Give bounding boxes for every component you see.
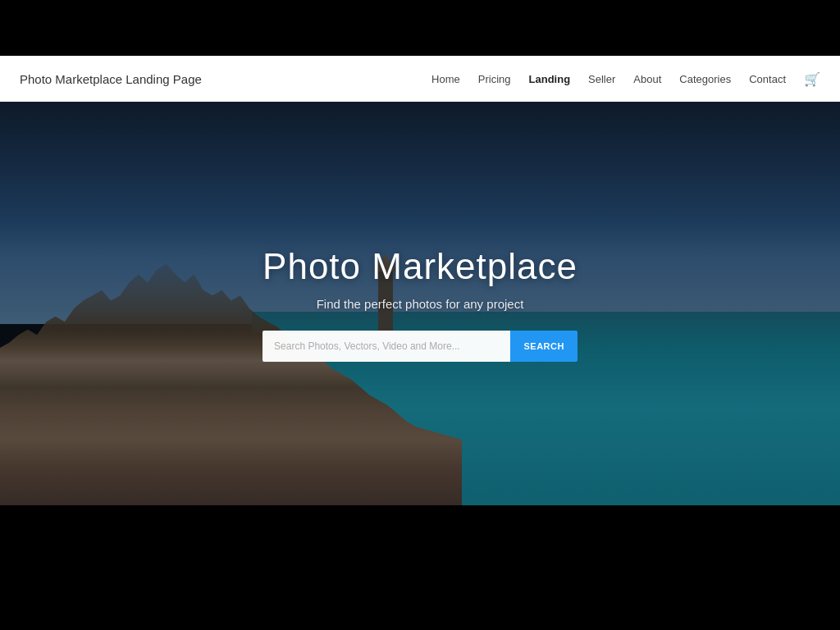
nav-item-seller[interactable]: Seller (588, 71, 615, 86)
nav-links: Home Pricing Landing Seller About Catego… (431, 71, 820, 87)
bottom-area (0, 505, 840, 630)
hero-content: Photo Marketplace Find the perfect photo… (246, 230, 594, 378)
nav-link-about[interactable]: About (633, 73, 661, 85)
hero-title: Photo Marketplace (262, 246, 578, 287)
nav-link-home[interactable]: Home (431, 73, 460, 85)
nav-cart-item[interactable]: 🛒 (804, 71, 820, 87)
nav-item-landing[interactable]: Landing (529, 71, 571, 86)
nav-item-categories[interactable]: Categories (679, 71, 731, 86)
search-button[interactable]: SEARCH (510, 331, 577, 362)
nav-item-pricing[interactable]: Pricing (478, 71, 511, 86)
nav-item-contact[interactable]: Contact (749, 71, 786, 86)
brand-name: Photo Marketplace Landing Page (20, 72, 202, 86)
nav-link-seller[interactable]: Seller (588, 73, 615, 85)
hero-section: Photo Marketplace Find the perfect photo… (0, 102, 840, 505)
nav-item-home[interactable]: Home (431, 71, 460, 86)
nav-item-about[interactable]: About (633, 71, 661, 86)
nav-link-contact[interactable]: Contact (749, 73, 786, 85)
search-bar: SEARCH (262, 331, 578, 362)
search-input[interactable] (262, 331, 510, 362)
cart-icon[interactable]: 🛒 (804, 72, 820, 86)
navbar: Photo Marketplace Landing Page Home Pric… (0, 56, 840, 102)
nav-link-pricing[interactable]: Pricing (478, 73, 511, 85)
top-bar (0, 0, 840, 56)
nav-link-categories[interactable]: Categories (679, 73, 731, 85)
hero-subtitle: Find the perfect photos for any project (262, 297, 578, 311)
nav-link-landing[interactable]: Landing (529, 73, 571, 85)
